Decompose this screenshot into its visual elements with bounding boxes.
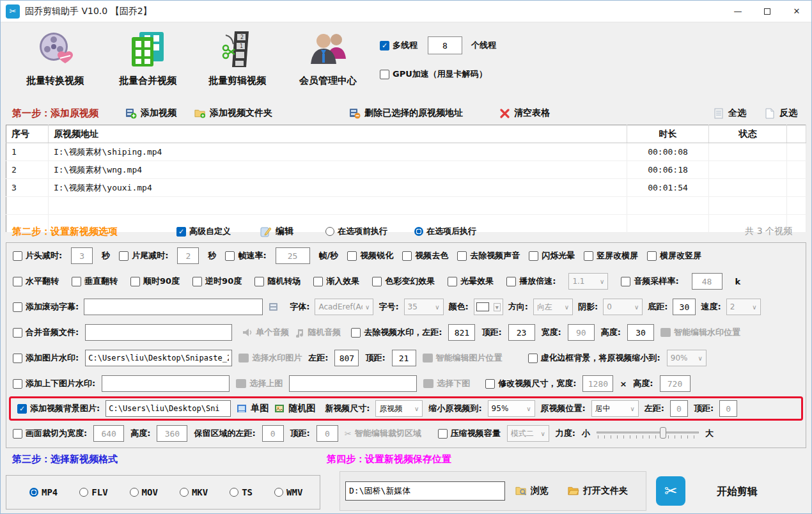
select-all-button[interactable]: 全选 [713,107,746,119]
random-transition-checkbox[interactable]: 随机转场 [254,276,301,287]
scroll-subtitle-input[interactable] [84,299,263,315]
blur-border-checkbox[interactable]: 虚化边框背景，将原视频缩小到: [528,352,660,364]
edit-button[interactable]: 编辑 [260,226,293,237]
bottom-image-path-input[interactable] [289,375,417,392]
format-radio-ts[interactable]: TS [230,487,253,497]
add-video-button[interactable]: 添加视频 [125,107,176,119]
smart-watermark-button[interactable]: 智能编辑水印位置 [660,327,740,338]
remove-sound-checkbox[interactable]: 去除视频声音 [457,250,520,261]
advanced-custom-checkbox[interactable]: 高级自定义 [176,226,231,237]
merge-audio-input[interactable] [85,324,232,341]
col-duration[interactable]: 时长 [627,125,709,143]
single-audio-button[interactable]: 单个音频 [242,327,289,338]
convert-video-button[interactable]: 批量转换视频 [13,29,97,87]
gpu-checkbox[interactable]: GPU加速（用显卡解码） [380,68,487,80]
rotate-cw-checkbox[interactable]: 顺时90度 [130,276,180,287]
merge-video-button[interactable]: 批量合并视频 [106,29,189,87]
format-radio-mkv[interactable]: MKV [180,487,208,497]
random-audio-button[interactable]: 随机音频 [295,327,341,338]
decolor-checkbox[interactable]: 视频去色 [402,250,448,261]
start-button[interactable]: 开始剪辑 [717,485,758,499]
fade-in-checkbox[interactable]: 渐入效果 [313,276,359,287]
format-radio-mp4[interactable]: MP4 [29,487,58,497]
minimize-button[interactable]: — [723,1,753,22]
keep-left-input[interactable] [262,425,284,442]
browse-button[interactable]: 浏览 [515,485,549,497]
bg-top-input[interactable] [719,400,737,417]
compress-strength-slider[interactable] [597,426,699,440]
bg-left-input[interactable] [670,400,688,417]
add-video-folder-button[interactable]: 添加视频文件夹 [194,107,272,119]
merge-audio-checkbox[interactable]: 合并音频文件: [13,327,79,338]
play-speed-checkbox[interactable]: 播放倍速: [506,276,556,287]
color-change-checkbox[interactable]: 色彩变幻效果 [372,276,435,287]
tail-trim-checkbox[interactable]: 片尾减时: [119,250,168,261]
shadow-select[interactable]: 0∨ [603,299,643,315]
rotate-ccw-checkbox[interactable]: 逆时90度 [192,276,242,287]
fontsize-select[interactable]: 35∨ [404,299,444,315]
resize-height-input[interactable] [660,375,691,392]
clear-table-button[interactable]: 清空表格 [499,107,550,119]
framerate-input[interactable] [276,247,310,264]
delete-selected-button[interactable]: 删除已选择的原视频地址 [349,107,463,119]
single-image-button[interactable]: 单图 [237,403,269,414]
watermark-left-input[interactable] [448,324,475,341]
play-speed-select[interactable]: 1.1∨ [568,273,608,290]
save-path-input[interactable] [345,481,505,501]
head-trim-checkbox[interactable]: 片头减时: [13,250,62,261]
blur-shrink-select[interactable]: 90%∨ [667,350,707,366]
choose-top-image-button[interactable]: 选择上图 [236,378,283,389]
resize-width-input[interactable] [582,375,613,392]
halo-effect-checkbox[interactable]: 光晕效果 [448,276,494,287]
keep-top-input[interactable] [316,425,338,442]
image-left-input[interactable] [334,350,359,366]
watermark-top-input[interactable] [508,324,535,341]
compress-checkbox[interactable]: 压缩视频容量 [438,428,501,439]
framerate-checkbox[interactable]: 帧速率: [225,250,266,261]
exec-after-radio[interactable]: 在选项后执行 [414,226,476,237]
slider-thumb[interactable] [660,427,666,439]
crop-height-input[interactable] [157,425,187,442]
smart-crop-button[interactable]: ✂智能编辑裁切区域 [345,428,421,439]
watermark-height-input[interactable] [627,324,654,341]
head-trim-input[interactable] [71,247,93,264]
table-row[interactable]: 2 I:\视频素材\wng.mp4 00:06:18 [6,161,806,179]
watermark-width-input[interactable] [568,324,595,341]
maximize-button[interactable] [753,1,782,22]
sample-rate-input[interactable] [692,273,722,290]
cut-video-button[interactable]: 21 批量剪辑视频 [196,29,279,87]
choose-watermark-image-button[interactable]: 选择水印图片 [238,352,302,364]
resize-video-checkbox[interactable]: 修改视频尺寸，宽度: [485,378,576,389]
top-image-path-input[interactable] [102,375,230,392]
flip-v-checkbox[interactable]: 垂直翻转 [72,276,118,287]
vertical-to-horizontal-checkbox[interactable]: 竖屏改横屏 [584,250,638,261]
smart-image-position-button[interactable]: 智能编辑图片位置 [423,352,503,364]
scroll-subtitle-checkbox[interactable]: 添加滚动字幕: [13,301,79,313]
bg-image-path-input[interactable] [105,400,231,417]
bottom-margin-input[interactable] [673,299,696,315]
tail-trim-input[interactable] [177,247,199,264]
col-path[interactable]: 原视频地址 [49,125,627,143]
format-radio-wmv[interactable]: WMV [274,487,302,497]
compress-mode-select[interactable]: 模式二∨ [507,425,549,442]
exec-before-radio[interactable]: 在选项前执行 [325,226,387,237]
shrink-select[interactable]: 95%∨ [488,400,535,417]
sample-rate-checkbox[interactable]: 音频采样率: [621,276,678,287]
add-image-watermark-checkbox[interactable]: 添加图片水印: [13,352,79,364]
col-index[interactable]: 序号 [6,125,49,143]
thread-count-input[interactable] [428,36,462,54]
flip-h-checkbox[interactable]: 水平翻转 [13,276,59,287]
format-radio-mov[interactable]: MOV [130,487,158,497]
choose-bottom-image-button[interactable]: 选择下图 [423,378,470,389]
open-folder-button[interactable]: 打开文件夹 [568,485,628,497]
bg-image-checkbox[interactable]: 添加视频背景图片: [17,403,100,414]
sharpen-checkbox[interactable]: 视频锐化 [347,250,393,261]
crop-width-input[interactable] [93,425,124,442]
direction-select[interactable]: 向左∨ [533,299,573,315]
flicker-halo-checkbox[interactable]: 闪烁光晕 [529,250,575,261]
col-status[interactable]: 状态 [709,125,787,143]
invert-selection-button[interactable]: 反选 [764,107,797,119]
member-center-button[interactable]: 会员管理中心 [286,29,370,87]
color-select[interactable]: ▾ [474,299,503,315]
remove-watermark-checkbox[interactable]: 去除视频水印，左距: [351,327,442,338]
